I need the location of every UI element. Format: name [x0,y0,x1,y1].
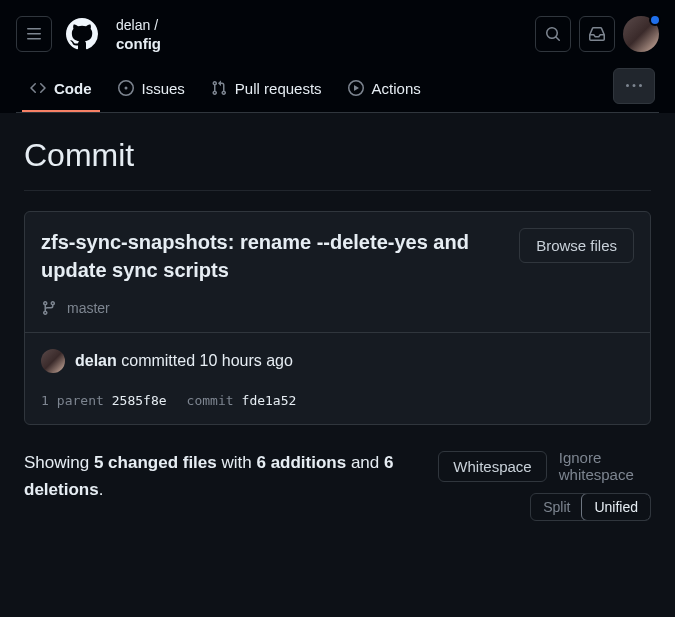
inbox-button[interactable] [579,16,615,52]
ignore-whitespace-label: Ignore whitespace [559,449,651,483]
pull-request-icon [211,80,227,96]
commit-time: 10 hours ago [200,352,293,369]
branch-name: master [67,300,110,316]
user-menu[interactable] [623,16,659,52]
tab-pulls-label: Pull requests [235,80,322,97]
repo-name-link[interactable]: config [116,35,523,52]
code-icon [30,80,46,96]
search-icon [545,26,561,42]
split-view-button[interactable]: Split [531,494,582,520]
page-title: Commit [24,137,651,191]
commit-label: commit [187,393,234,408]
commit-action: committed [121,352,195,369]
tab-actions-label: Actions [372,80,421,97]
whitespace-button[interactable]: Whitespace [438,451,546,482]
hamburger-icon [26,26,42,42]
author-name-link[interactable]: delan [75,352,117,369]
parent-label: parent [57,393,104,408]
repo-owner-link[interactable]: delan / [116,17,523,33]
commit-box: zfs-sync-snapshots: rename --delete-yes … [24,211,651,425]
branch-icon [41,300,57,316]
author-avatar[interactable] [41,349,65,373]
commit-title: zfs-sync-snapshots: rename --delete-yes … [41,228,503,284]
commit-sha: fde1a52 [242,393,297,408]
notification-dot [649,14,661,26]
unified-view-button[interactable]: Unified [581,493,651,521]
github-icon [66,18,98,50]
tab-more-button[interactable] [613,68,655,104]
diff-summary-text: Showing 5 changed files with 6 additions… [24,449,422,503]
tab-pull-requests[interactable]: Pull requests [201,70,332,111]
hamburger-menu-button[interactable] [16,16,52,52]
kebab-icon [626,78,642,94]
tab-code[interactable]: Code [20,70,102,111]
tab-issues[interactable]: Issues [108,70,195,111]
issues-icon [118,80,134,96]
breadcrumb: delan / config [116,17,523,52]
browse-files-button[interactable]: Browse files [519,228,634,263]
diff-view-toggle: Split Unified [530,493,651,521]
parent-count: 1 [41,393,49,408]
tab-code-label: Code [54,80,92,97]
inbox-icon [589,26,605,42]
search-button[interactable] [535,16,571,52]
tab-issues-label: Issues [142,80,185,97]
branch-indicator[interactable]: master [41,300,634,316]
github-logo[interactable] [64,16,100,52]
repo-tabs: Code Issues Pull requests Actions [16,68,659,113]
parent-sha-link[interactable]: 2585f8e [112,393,167,408]
actions-icon [348,80,364,96]
tab-actions[interactable]: Actions [338,70,431,111]
